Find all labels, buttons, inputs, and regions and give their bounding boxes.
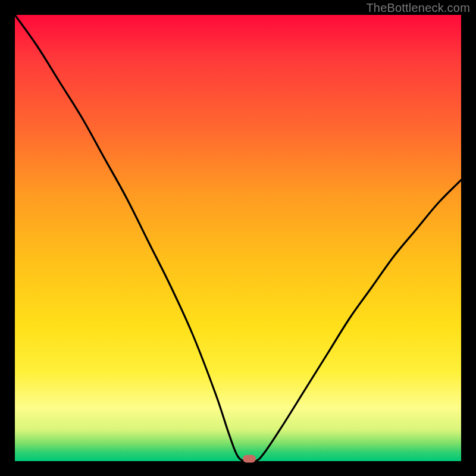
plot-area bbox=[15, 15, 461, 461]
bottleneck-curve bbox=[15, 15, 461, 461]
optimal-marker-icon bbox=[243, 455, 256, 463]
chart-frame: TheBottleneck.com bbox=[0, 0, 476, 476]
watermark-text: TheBottleneck.com bbox=[366, 1, 470, 15]
